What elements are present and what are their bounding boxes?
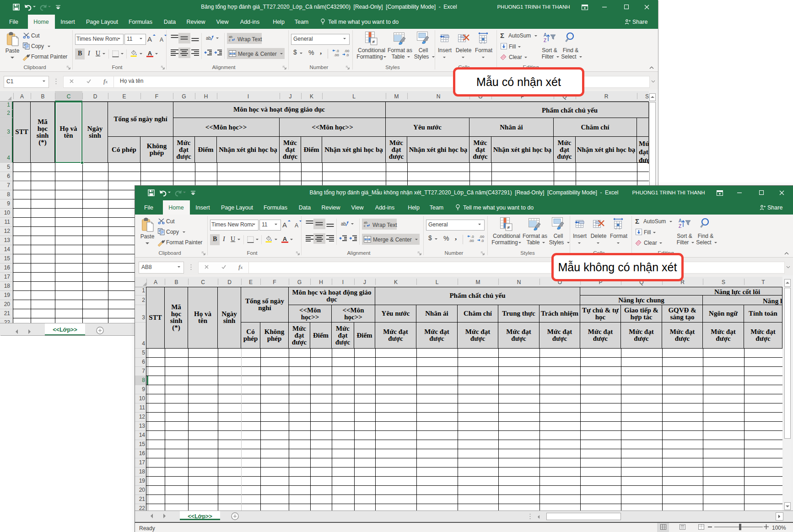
svg-text:Z: Z [544, 38, 546, 43]
svg-text:ab: ab [341, 221, 346, 226]
svg-text:c: c [364, 224, 366, 227]
svg-text:≠: ≠ [507, 225, 510, 230]
svg-text:.0: .0 [346, 53, 349, 57]
svg-text:.0: .0 [481, 239, 484, 243]
svg-text:≠: ≠ [372, 39, 375, 44]
svg-text:c: c [229, 38, 231, 42]
svg-text:.00: .00 [469, 239, 475, 243]
svg-text:Z: Z [679, 224, 681, 229]
svg-text:ab: ab [206, 36, 211, 41]
svg-text:ab: ab [364, 221, 367, 224]
svg-text:ab: ab [229, 35, 232, 38]
svg-text:.00: .00 [334, 53, 340, 57]
svg-text:A: A [679, 218, 682, 223]
svg-text:A: A [544, 32, 547, 38]
